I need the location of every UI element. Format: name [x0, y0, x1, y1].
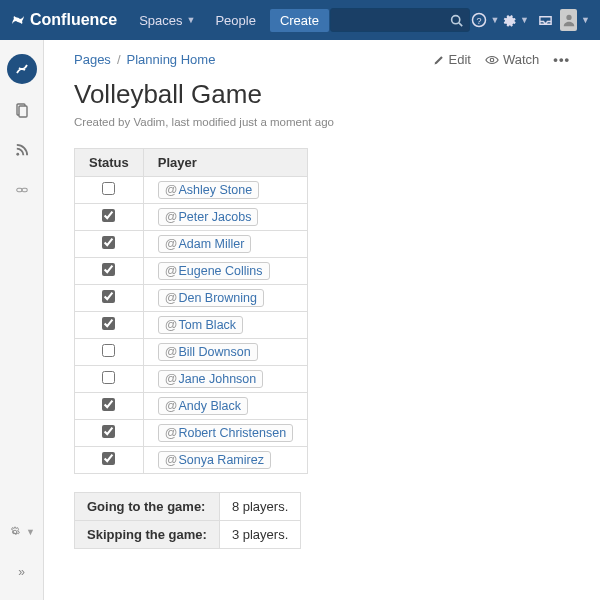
profile-menu[interactable]: ▼ [560, 0, 590, 40]
players-table: Status Player @Ashley Stone@Peter Jacobs… [74, 148, 308, 474]
eye-icon [485, 54, 499, 66]
chevron-down-icon: ▼ [581, 15, 590, 25]
svg-point-7 [16, 152, 19, 155]
user-mention[interactable]: @Andy Black [158, 397, 248, 415]
chevron-right-icon: » [18, 565, 25, 579]
svg-point-11 [490, 58, 494, 62]
breadcrumb-parent[interactable]: Planning Home [127, 52, 216, 67]
shortcuts-button[interactable] [8, 176, 36, 204]
status-checkbox[interactable] [102, 317, 115, 330]
status-checkbox[interactable] [102, 425, 115, 438]
user-mention[interactable]: @Adam Miller [158, 235, 252, 253]
svg-line-1 [459, 22, 462, 25]
col-player: Player [143, 149, 307, 177]
feed-button[interactable] [8, 136, 36, 164]
status-checkbox[interactable] [102, 290, 115, 303]
status-checkbox[interactable] [102, 371, 115, 384]
chevron-down-icon: ▼ [520, 15, 529, 25]
nav-people[interactable]: People [205, 0, 265, 40]
tray-icon [538, 13, 553, 28]
gear-icon [8, 525, 22, 539]
status-checkbox[interactable] [102, 344, 115, 357]
create-button[interactable]: Create [270, 9, 329, 32]
table-row: @Robert Christensen [75, 420, 308, 447]
status-checkbox[interactable] [102, 182, 115, 195]
status-checkbox[interactable] [102, 452, 115, 465]
svg-rect-6 [19, 106, 27, 117]
confluence-icon [10, 12, 26, 28]
user-mention[interactable]: @Ashley Stone [158, 181, 259, 199]
gear-icon [501, 13, 516, 28]
summary-skipping-label: Skipping the game: [75, 521, 220, 549]
search-icon [450, 14, 463, 27]
page-title: Volleyball Game [74, 79, 570, 110]
product-name: Confluence [30, 11, 117, 29]
user-mention[interactable]: @Tom Black [158, 316, 243, 334]
table-row: @Den Browning [75, 285, 308, 312]
summary-going-value: 8 players. [219, 493, 300, 521]
summary-table: Going to the game: 8 players. Skipping t… [74, 492, 301, 549]
summary-going-label: Going to the game: [75, 493, 220, 521]
pencil-icon [433, 54, 445, 66]
nav-spaces[interactable]: Spaces▼ [129, 0, 205, 40]
status-checkbox[interactable] [102, 263, 115, 276]
col-status: Status [75, 149, 144, 177]
page-meta: Created by Vadim, last modified just a m… [74, 116, 570, 128]
top-navigation: Confluence Spaces▼ People Create ? ▼ ▼ ▼ [0, 0, 600, 40]
rss-icon [14, 143, 29, 158]
pages-tree-button[interactable] [8, 96, 36, 124]
help-button[interactable]: ? ▼ [470, 0, 500, 40]
table-row: @Eugene Collins [75, 258, 308, 285]
search-input[interactable] [330, 8, 470, 32]
table-row: @Adam Miller [75, 231, 308, 258]
user-mention[interactable]: @Peter Jacobs [158, 208, 259, 226]
watch-button[interactable]: Watch [485, 52, 539, 67]
status-checkbox[interactable] [102, 209, 115, 222]
status-checkbox[interactable] [102, 236, 115, 249]
product-logo[interactable]: Confluence [10, 11, 117, 29]
svg-point-0 [452, 15, 460, 23]
user-mention[interactable]: @Jane Johnson [158, 370, 264, 388]
help-icon: ? [471, 12, 487, 28]
table-row: @Bill Downson [75, 339, 308, 366]
chevron-down-icon: ▼ [491, 15, 500, 25]
chevron-down-icon: ▼ [26, 527, 35, 537]
page-actions: Edit Watch ••• [433, 52, 570, 67]
summary-skipping-value: 3 players. [219, 521, 300, 549]
user-mention[interactable]: @Den Browning [158, 289, 264, 307]
notifications-button[interactable] [530, 0, 560, 40]
svg-rect-9 [22, 188, 27, 192]
user-mention[interactable]: @Bill Downson [158, 343, 258, 361]
page-content: Pages / Planning Home Edit Watch ••• Vol… [44, 40, 600, 600]
table-row: @Andy Black [75, 393, 308, 420]
table-row: @Peter Jacobs [75, 204, 308, 231]
more-actions-button[interactable]: ••• [553, 52, 570, 67]
svg-text:?: ? [476, 16, 481, 26]
table-row: @Sonya Ramirez [75, 447, 308, 474]
collapse-sidebar-button[interactable]: » [8, 558, 36, 586]
ellipsis-icon: ••• [553, 52, 570, 67]
page-icon [14, 102, 30, 118]
user-mention[interactable]: @Robert Christensen [158, 424, 293, 442]
svg-rect-8 [16, 188, 21, 192]
user-mention[interactable]: @Eugene Collins [158, 262, 270, 280]
breadcrumb-root[interactable]: Pages [74, 52, 111, 67]
table-row: @Jane Johnson [75, 366, 308, 393]
space-settings-button[interactable]: ▼ [8, 518, 36, 546]
status-checkbox[interactable] [102, 398, 115, 411]
settings-button[interactable]: ▼ [500, 0, 530, 40]
table-row: @Ashley Stone [75, 177, 308, 204]
avatar [560, 9, 577, 31]
user-mention[interactable]: @Sonya Ramirez [158, 451, 271, 469]
link-icon [15, 183, 29, 197]
table-row: @Tom Black [75, 312, 308, 339]
edit-button[interactable]: Edit [433, 52, 471, 67]
svg-point-4 [566, 15, 571, 20]
left-sidebar: ▼ » [0, 40, 44, 600]
chevron-down-icon: ▼ [187, 15, 196, 25]
space-avatar[interactable] [7, 54, 37, 84]
